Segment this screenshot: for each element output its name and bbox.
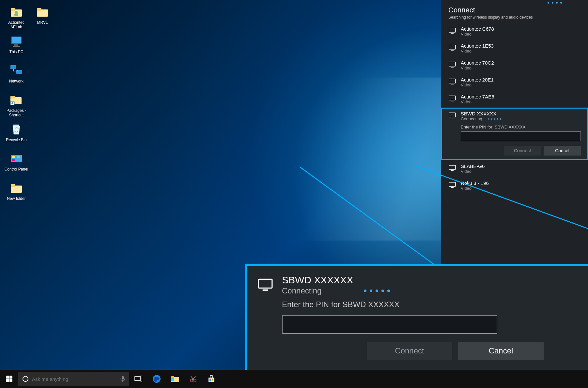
device-type: Video [461,32,494,37]
desktop-icon-label: Packages - Shortcut [4,108,28,117]
edge-browser-button[interactable] [147,370,166,388]
progress-dots-icon [548,2,562,4]
desktop-icon-this-pc[interactable]: This PC [4,33,29,61]
device-name: Actiontec 20E1 [461,77,494,82]
device-item[interactable]: Actiontec 7AE6Video [441,91,588,108]
cancel-button[interactable]: Cancel [544,146,581,156]
connect-button[interactable]: Connect [504,146,541,156]
svg-rect-41 [9,376,12,379]
device-item[interactable]: Actiontec 70C2Video [441,57,588,74]
svg-rect-25 [451,50,454,51]
device-item[interactable]: Actiontec 1E53Video [441,40,588,57]
display-icon [448,112,456,119]
device-status: Connecting [461,116,482,121]
control-panel-icon [9,152,23,166]
device-type: Video [461,66,494,70]
device-item[interactable]: SLABE-G6Video [441,160,588,177]
desktop-icon-control-panel[interactable]: Control Panel [4,151,29,179]
display-icon [257,276,273,293]
user-folder-icon [9,5,23,19]
device-item[interactable]: Roku 3 - 196Video [441,177,588,194]
svg-rect-35 [451,170,454,171]
recycle-bin-icon [9,123,23,136]
svg-rect-38 [258,279,272,288]
svg-rect-7 [12,37,21,43]
svg-rect-3 [14,13,18,16]
desktop-icon-label: Actiontec AELab [4,20,28,29]
desktop-icon-recycle-bin[interactable]: Recycle Bin [4,121,29,149]
folder-icon [36,5,49,19]
progress-dots-icon [488,118,501,120]
device-list: Actiontec C678VideoActiontec 1E53VideoAc… [441,23,588,108]
svg-rect-10 [10,65,16,69]
device-type: Video [461,99,494,104]
desktop-icon-packages[interactable]: Packages - Shortcut [4,92,29,120]
svg-rect-51 [171,378,174,381]
snipping-tool-button[interactable] [184,370,202,388]
device-status: Connecting [282,286,321,295]
desktop-icon-label: New folder [7,196,25,201]
svg-rect-45 [122,376,124,380]
start-button[interactable] [0,370,18,388]
device-item[interactable]: Actiontec 20E1Video [441,74,588,91]
svg-rect-15 [13,125,19,126]
svg-rect-32 [449,113,456,117]
svg-rect-30 [449,96,456,100]
cancel-button[interactable]: Cancel [458,342,544,360]
desktop-icon-network[interactable]: Network [4,63,29,91]
display-icon [448,181,456,189]
desktop-icon-label: Control Panel [5,167,28,172]
cortana-search[interactable] [18,372,129,386]
svg-rect-36 [449,182,456,187]
device-list-after: SLABE-G6VideoRoku 3 - 196Video [441,160,588,194]
svg-rect-16 [11,155,22,162]
svg-rect-46 [135,377,140,381]
task-view-button[interactable] [129,370,147,388]
svg-rect-34 [449,165,456,170]
svg-rect-31 [451,101,454,101]
svg-rect-33 [451,118,454,118]
svg-rect-22 [449,28,456,32]
progress-dots-icon [364,290,390,292]
connect-button[interactable]: Connect [367,342,452,360]
svg-rect-37 [451,187,454,188]
svg-rect-8 [14,44,18,46]
display-icon [448,164,456,172]
device-type: Video [461,49,494,53]
svg-rect-19 [12,159,15,161]
desktop-icon-new-folder[interactable]: New folder [4,180,29,208]
desktop-icon-actiontec[interactable]: Actiontec AELab [4,4,29,32]
display-icon [448,78,456,85]
search-input[interactable] [32,376,117,382]
svg-rect-17 [12,156,15,158]
svg-rect-13 [10,96,15,98]
device-name: SBWD XXXXXX [461,111,581,116]
svg-rect-24 [449,45,456,49]
svg-point-44 [23,376,28,381]
desktop-icon-label: Recycle Bin [6,138,26,142]
svg-rect-28 [449,79,456,83]
device-item-selected[interactable]: SBWD XXXXXX Connecting Enter the PIN for… [441,108,588,160]
device-item[interactable]: Actiontec C678Video [441,23,588,40]
svg-rect-29 [451,84,454,84]
svg-rect-1 [11,8,15,11]
svg-rect-50 [171,376,174,378]
pin-input[interactable] [461,131,581,141]
desktop-icon-label: Network [9,79,23,83]
svg-rect-42 [6,379,9,382]
desktop-icon-mrvl[interactable]: MRVL [30,4,55,32]
svg-rect-43 [9,379,12,382]
pin-input[interactable] [282,315,497,334]
svg-rect-40 [6,376,9,379]
svg-rect-54 [209,378,214,382]
svg-rect-26 [449,62,456,66]
store-button[interactable] [202,370,221,388]
microphone-icon[interactable] [120,376,125,382]
desktop-icon-grid: Actiontec AELab MRVL This PC Network [3,3,55,209]
svg-point-2 [15,11,18,13]
taskbar [0,370,588,388]
desktop-icon-label: This PC [9,50,23,54]
svg-rect-5 [37,8,41,11]
callout-inset: SBWD XXXXXX Connecting Enter the PIN for… [245,264,588,388]
file-explorer-button[interactable] [166,370,184,388]
